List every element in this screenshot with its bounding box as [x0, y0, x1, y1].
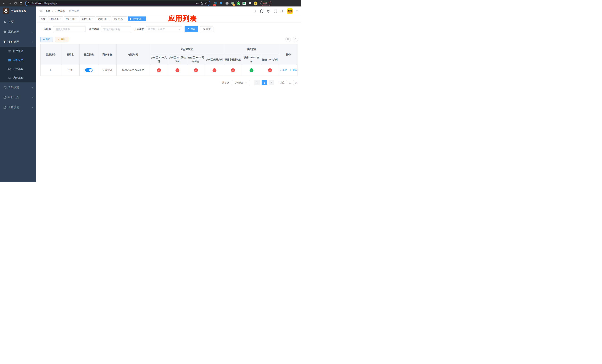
cell-wechat-app: ×	[261, 65, 279, 76]
tab-user-group[interactable]: 用户分组×	[64, 16, 79, 21]
sidebar-item-app-info[interactable]: 应用信息	[0, 56, 36, 65]
reset-button[interactable]: 重置	[200, 26, 214, 32]
sidebar-item-infrastructure[interactable]: 基础设施	[0, 82, 36, 92]
tab-refund-orders[interactable]: 退款订单×	[96, 16, 111, 21]
tab-close-icon[interactable]: ×	[76, 18, 77, 20]
extension-badge: 1	[233, 4, 235, 6]
col-header-alipay-pc: 支付宝 PC 网站支付	[168, 54, 187, 65]
cell-alipay-qr: ×	[205, 65, 224, 76]
sidebar-collapse-button[interactable]	[39, 10, 43, 13]
github-icon[interactable]	[260, 10, 263, 13]
sidebar-item-payment[interactable]: ¥ 支付管理	[0, 37, 36, 47]
chevron-down-icon	[178, 28, 180, 30]
goto-unit-label: 页	[295, 81, 298, 85]
tab-process-form[interactable]: 流程表单×	[48, 16, 63, 21]
tab-pay-orders[interactable]: 支付订单×	[80, 16, 95, 21]
browser-reload-button[interactable]	[13, 1, 18, 6]
sidebar-logo[interactable]: 芋道管理系统	[0, 7, 36, 16]
smiley-face-icon	[254, 1, 258, 5]
enabled-switch[interactable]	[85, 68, 93, 72]
goto-label: 前往	[280, 81, 285, 85]
sidebar-item-label: 支付订单	[13, 67, 23, 71]
page-number-button[interactable]: 1	[262, 80, 267, 85]
tab-merchant-info[interactable]: 商户信息×	[112, 16, 127, 21]
rabbit-logo-icon	[3, 8, 9, 14]
monitor-icon	[4, 86, 8, 89]
merchant-name-input[interactable]	[101, 26, 131, 32]
tab-close-icon[interactable]: ×	[108, 18, 109, 20]
profile-emoji-avatar[interactable]	[254, 1, 258, 5]
sidebar-item-pay-orders[interactable]: ¥ 支付订单	[0, 65, 36, 74]
tab-label: 用户分组	[66, 17, 75, 21]
user-menu-caret-icon[interactable]	[296, 10, 298, 12]
tab-label: 退款订单	[98, 17, 107, 21]
browser-toolbar: localhost:1024/pay/app 10 ⌘ 1 Y	[0, 0, 301, 7]
tab-home[interactable]: 首页	[39, 16, 47, 21]
sidebar-item-system[interactable]: 系统管理	[0, 27, 36, 37]
share-icon[interactable]	[200, 2, 203, 5]
browser-forward-button[interactable]	[7, 1, 12, 6]
group-header-alipay: 支付宝配置	[150, 44, 224, 54]
browser-home-button[interactable]	[19, 1, 23, 6]
tab-close-icon[interactable]: ×	[60, 18, 61, 20]
address-bar[interactable]: localhost:1024/pay/app	[25, 1, 210, 6]
app-name-input[interactable]	[53, 26, 86, 32]
status-select[interactable]: 请选择开启状态	[146, 26, 182, 32]
breadcrumb-payment[interactable]: 支付管理	[55, 10, 65, 13]
extension-todo-icon[interactable]: 10	[214, 1, 217, 5]
reset-button-label: 重置	[206, 28, 211, 31]
export-button[interactable]: 导出	[55, 37, 68, 42]
table-row: 6 芋道 芋道源码 2021-10-23 08:49:25 × × × × × …	[41, 65, 298, 76]
help-icon[interactable]	[267, 10, 270, 13]
tab-close-icon[interactable]: ×	[143, 18, 144, 20]
page-size-value: 10条/页	[235, 81, 243, 85]
merchant-name-label: 商户名称	[89, 28, 99, 31]
tab-close-icon[interactable]: ×	[124, 18, 125, 20]
sidebar-item-home[interactable]: 首页	[0, 17, 36, 27]
yen-icon: ¥	[4, 40, 8, 44]
plus-icon: +	[43, 38, 45, 41]
sidebar-item-label: 系统管理	[8, 30, 32, 33]
app-name-label: 应用名	[44, 28, 51, 31]
extension-command-icon[interactable]: ⌘	[225, 1, 229, 5]
col-header-wechat-lite: 微信小程序支付	[224, 54, 242, 65]
bookmark-star-icon[interactable]	[205, 2, 208, 5]
extension-y-icon[interactable]: Y	[236, 1, 240, 5]
green-y-icon: Y	[236, 1, 240, 5]
extension-recorder-icon[interactable]: 1	[231, 1, 235, 5]
sidebar-item-refund-orders[interactable]: 退款订单	[0, 74, 36, 82]
fullscreen-icon[interactable]	[274, 10, 277, 13]
goto-page-input[interactable]	[286, 80, 294, 85]
page-info-icon[interactable]	[28, 2, 31, 5]
search-button[interactable]: 搜索	[184, 26, 198, 32]
sidebar-item-merchant-info[interactable]: 商户信息	[0, 47, 36, 56]
page-size-select[interactable]: 10条/页	[232, 80, 250, 85]
grid-icon	[8, 59, 13, 62]
password-key-icon[interactable]	[196, 2, 199, 5]
breadcrumb-home[interactable]: 首页	[45, 10, 51, 13]
browser-update-button[interactable]: 更新	[260, 1, 271, 6]
extension-chat-icon[interactable]	[242, 1, 246, 5]
sidebar-item-workflow[interactable]: 工作流程	[0, 102, 36, 112]
delete-link[interactable]: 删除	[290, 68, 297, 72]
search-icon[interactable]	[253, 10, 256, 13]
user-avatar[interactable]	[287, 8, 293, 14]
extensions-puzzle-icon[interactable]	[248, 1, 252, 5]
add-button-label: 新增	[45, 38, 50, 41]
sidebar-item-label: 退款订单	[13, 76, 23, 80]
toggle-search-button[interactable]	[285, 37, 291, 42]
refresh-table-button[interactable]	[293, 37, 298, 42]
add-button[interactable]: + 新增	[40, 37, 53, 42]
breadcrumb-separator: /	[67, 10, 67, 13]
font-size-icon[interactable]: TT	[281, 10, 284, 13]
prev-page-button[interactable]	[254, 80, 260, 85]
extension-balloon-icon[interactable]	[219, 1, 223, 5]
tab-app-info[interactable]: 应用信息×	[128, 16, 146, 21]
sidebar-item-dev-tools[interactable]: 研发工具	[0, 92, 36, 102]
next-page-button[interactable]	[269, 80, 274, 85]
tab-close-icon[interactable]: ×	[92, 18, 93, 20]
browser-menu-kebab-icon[interactable]	[269, 2, 269, 4]
edit-link[interactable]: 修改	[280, 68, 287, 72]
yen-circle-icon: ¥	[8, 68, 13, 71]
browser-back-button[interactable]	[2, 1, 7, 6]
